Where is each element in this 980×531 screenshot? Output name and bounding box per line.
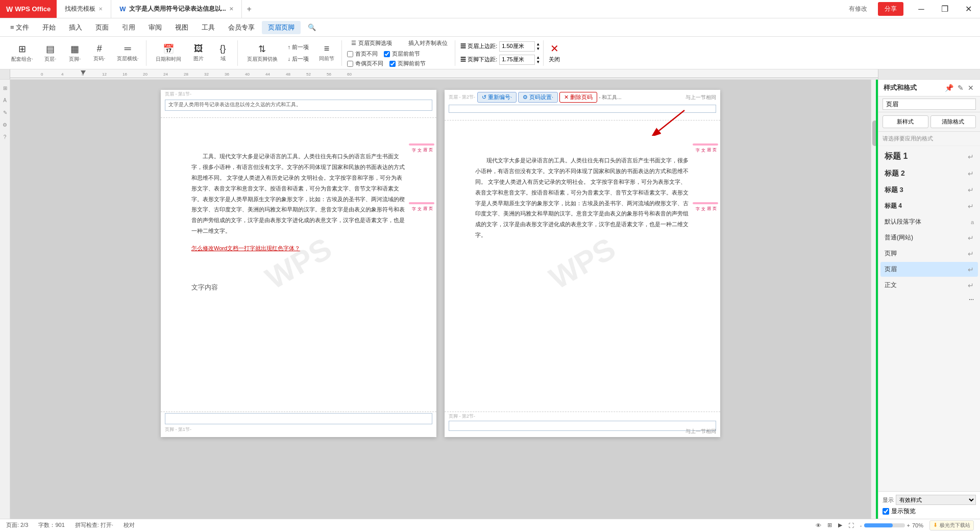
style-item-h4[interactable]: 标题 4 ↵ xyxy=(880,199,978,213)
modify-button[interactable]: 有修改 xyxy=(842,2,874,16)
clear-format-button[interactable]: 清除格式 xyxy=(930,115,976,128)
pic-button[interactable]: 🖼 图片 xyxy=(187,42,210,64)
panel-edit-icon[interactable]: ✎ xyxy=(957,83,965,93)
page1-footer: 页脚 - 第1节- xyxy=(161,412,436,437)
panel-close-icon[interactable]: ✕ xyxy=(967,83,975,93)
page1-header-content[interactable]: 文字是人类用符号记录表达信息以传之久远的方式和工具。 xyxy=(165,100,432,111)
menu-search[interactable]: 🔍 xyxy=(302,21,322,33)
sidebar-icon-4[interactable]: ⚙ xyxy=(1,120,9,129)
yeceng-xuanxiang-button[interactable]: ☰ 页眉页脚选项 xyxy=(347,38,396,48)
page2-footer-box[interactable] xyxy=(449,421,716,431)
style-item-body[interactable]: 正文 ↵ xyxy=(880,278,978,293)
style-footer-name: 页脚 xyxy=(885,249,897,258)
style-item-h2[interactable]: 标题 2 ↵ xyxy=(880,166,978,181)
shouyebutong-label: 首页不同 xyxy=(355,50,378,58)
new-style-button[interactable]: 新样式 xyxy=(883,115,928,128)
jishu-checkbox[interactable]: 奇偶页不同 xyxy=(347,60,383,67)
menu-reference[interactable]: 引用 xyxy=(116,21,141,34)
page1-footer-box[interactable] xyxy=(165,413,432,424)
maximize-button[interactable]: ❐ xyxy=(933,0,957,18)
menu-file[interactable]: ≡ 文件 xyxy=(4,21,35,34)
tab-document[interactable]: W 文字是人类用符号记录表达信息以... ✕ xyxy=(111,0,241,18)
display-select[interactable]: 有效样式 xyxy=(896,495,976,505)
yejiaotongqian-checkbox[interactable]: 页脚前前节 xyxy=(389,60,426,67)
style-dropdown[interactable]: 页眉 xyxy=(883,99,976,110)
vertical-scrollbar[interactable] xyxy=(871,80,878,519)
shouyebutong-input[interactable] xyxy=(347,51,353,57)
fullscreen-icon[interactable]: ⛶ xyxy=(848,522,854,528)
yecengx-button[interactable]: ═ 页层横线· xyxy=(113,42,143,64)
renumber-button[interactable]: ↺ 重新编号· xyxy=(477,92,517,103)
menu-view[interactable]: 视图 xyxy=(169,21,194,34)
ruler-track[interactable]: 0 4 8 12 16 20 24 28 32 36 40 44 48 52 5… xyxy=(10,69,878,79)
sidebar-icon-1[interactable]: ⊞ xyxy=(1,84,9,92)
style-item-h1[interactable]: 标题 1 ↵ xyxy=(880,148,978,165)
sidebar-icon-2[interactable]: A xyxy=(1,96,9,104)
next-button[interactable]: ↓ 后一项 xyxy=(284,54,313,64)
menu-header-footer[interactable]: 页眉页脚 xyxy=(262,21,301,34)
pagekuai-button[interactable]: ⇅ 页眉页脚切换 xyxy=(243,42,282,64)
menu-tools[interactable]: 工具 xyxy=(195,21,221,34)
pagenum-settings-button[interactable]: ⚙ 页码设置· xyxy=(518,92,558,103)
yejiao-button[interactable]: ▦ 页脚· xyxy=(64,42,86,64)
menu-member[interactable]: 会员专享 xyxy=(222,21,261,34)
proofread[interactable]: 校对 xyxy=(124,521,135,529)
page2-header-box[interactable] xyxy=(449,105,716,113)
tab-close-icon[interactable]: ✕ xyxy=(99,6,103,12)
tab-doc-close-icon[interactable]: ✕ xyxy=(229,6,233,12)
page1-link-text[interactable]: 怎么修改Word文档一打字就出现红色字体？ xyxy=(191,245,300,251)
style-footer-enter: ↵ xyxy=(968,250,974,258)
show-preview-checkbox[interactable] xyxy=(883,508,889,515)
add-tab-button[interactable]: + xyxy=(242,5,257,14)
close-header-footer-button[interactable]: ✕ 关闭 xyxy=(549,42,560,63)
style-item-header[interactable]: 页眉 ↵ xyxy=(880,262,978,277)
more-styles-button[interactable]: ··· xyxy=(880,294,978,305)
yecengtongqian-input[interactable] xyxy=(384,51,390,57)
zoom-in-button[interactable]: + xyxy=(907,522,910,528)
shouyebutong-checkbox[interactable]: 首页不同 xyxy=(347,50,378,58)
spell-check[interactable]: 拼写检查: 打开· xyxy=(75,521,113,529)
yema-button[interactable]: # 页码· xyxy=(88,42,111,64)
menu-review[interactable]: 审阅 xyxy=(142,21,168,34)
prev-button[interactable]: ↑ 前一项 xyxy=(284,42,313,52)
bottom-margin-input[interactable] xyxy=(499,55,535,65)
tongqian-button[interactable]: ≡ 同前节 xyxy=(315,42,338,64)
yejiaotongqian-input[interactable] xyxy=(389,61,396,67)
sidebar-icon-3[interactable]: ✎ xyxy=(1,108,9,116)
menu-page[interactable]: 页面 xyxy=(89,21,115,34)
play-icon[interactable]: ▶ xyxy=(838,522,842,528)
page1-link[interactable]: 怎么修改Word文档一打字就出现红色字体？ xyxy=(191,245,406,252)
menu-insert[interactable]: 插入 xyxy=(63,21,88,34)
zoom-slider[interactable] xyxy=(864,523,905,527)
style-item-default[interactable]: 默认段落字体 a xyxy=(880,214,978,229)
brand-download[interactable]: ⬇ 极光壳下载站 xyxy=(929,520,974,530)
wps-logo-button[interactable]: W WPS Office xyxy=(0,0,57,18)
zoom-out-button[interactable]: - xyxy=(860,522,862,528)
eye-icon[interactable]: 👁 xyxy=(816,522,821,528)
menu-start[interactable]: 开始 xyxy=(36,21,62,34)
jishu-input[interactable] xyxy=(347,61,353,67)
style-dropdown-row: 页眉 xyxy=(878,96,980,112)
style-item-footer[interactable]: 页脚 ↵ xyxy=(880,246,978,261)
yejiaotongqian-label: 页脚前前节 xyxy=(398,60,426,67)
panel-pin-icon[interactable]: 📌 xyxy=(944,83,954,93)
delete-pagenum-button[interactable]: ✕ 删除页码 xyxy=(559,92,597,103)
style-item-h3[interactable]: 标题 3 ↵ xyxy=(880,182,978,198)
top-margin-input[interactable] xyxy=(499,41,535,52)
close-button[interactable]: ✕ xyxy=(957,0,980,18)
share-button[interactable]: 分享 xyxy=(878,2,903,16)
ruler-svg: 0 4 8 12 16 20 24 28 32 36 40 44 48 52 5… xyxy=(10,69,878,79)
charu-duiqi-button[interactable]: 插入对齐制表位 xyxy=(404,38,452,48)
grid-icon[interactable]: ⊞ xyxy=(827,522,832,528)
top-margin-stepper[interactable]: ▲▼ xyxy=(536,42,540,51)
style-item-normal-web[interactable]: 普通(网站) ↵ xyxy=(880,230,978,245)
datetime-button[interactable]: 📅 日期和时间 xyxy=(152,42,185,64)
yeceng-button[interactable]: ▤ 页层· xyxy=(39,42,62,64)
peitao-button[interactable]: ⊞ 配套组合· xyxy=(7,42,37,64)
tab-find-template[interactable]: 找模壳模板 ✕ xyxy=(57,0,111,18)
yecengtongqian-checkbox[interactable]: 页层前前节 xyxy=(384,50,420,58)
field-button[interactable]: {} 域 xyxy=(212,42,234,64)
minimize-button[interactable]: ─ xyxy=(910,0,933,18)
sidebar-icon-5[interactable]: ? xyxy=(1,133,9,141)
bottom-margin-stepper[interactable]: ▲▼ xyxy=(536,55,540,64)
